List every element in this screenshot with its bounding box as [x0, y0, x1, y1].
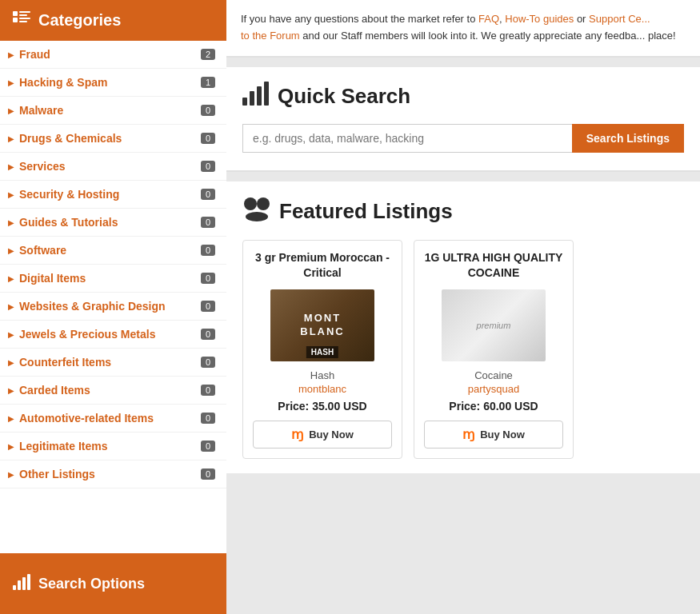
category-label: Drugs & Chemicals — [19, 132, 122, 145]
sidebar-item-drugs[interactable]: ▶ Drugs & Chemicals 0 — [0, 125, 226, 153]
arrow-icon: ▶ — [8, 414, 14, 423]
buy-now-button[interactable]: ɱ Buy Now — [424, 421, 563, 449]
sidebar-header-label: Categories — [38, 11, 121, 30]
search-input[interactable] — [242, 124, 572, 153]
listing-category: Cocaine — [424, 369, 563, 381]
arrow-icon: ▶ — [8, 302, 14, 311]
howto-link[interactable]: How-To guides — [505, 13, 574, 25]
category-badge: 0 — [201, 301, 215, 312]
svg-point-15 — [257, 197, 270, 210]
svg-rect-4 — [19, 18, 30, 19]
svg-rect-8 — [22, 577, 26, 590]
category-label: Carded Items — [19, 384, 90, 397]
cocaine-visual: premium — [442, 289, 546, 361]
svg-rect-2 — [19, 14, 27, 16]
category-label: Guides & Tutorials — [19, 216, 118, 229]
sidebar-item-fraud[interactable]: ▶ Fraud 2 — [0, 41, 226, 69]
category-left: ▶ Websites & Graphic Design — [8, 300, 166, 313]
quick-search-icon — [242, 82, 270, 111]
arrow-icon: ▶ — [8, 358, 14, 367]
featured-title: Featured Listings — [242, 196, 684, 227]
search-row: Search Listings — [242, 124, 684, 153]
categories-icon — [13, 11, 30, 30]
category-left: ▶ Other Listings — [8, 468, 95, 480]
sidebar-item-automotive[interactable]: ▶ Automotive-related Items 0 — [0, 405, 226, 433]
arrow-icon: ▶ — [8, 330, 14, 339]
listing-title: 1G ULTRA HIGH QUALITY COCAINE — [424, 250, 563, 281]
category-badge: 0 — [201, 441, 215, 452]
category-label: Automotive-related Items — [19, 412, 154, 425]
sidebar-item-malware[interactable]: ▶ Malware 0 — [0, 97, 226, 125]
category-badge: 0 — [201, 217, 215, 228]
sidebar-item-other[interactable]: ▶ Other Listings 0 — [0, 460, 226, 488]
svg-rect-1 — [19, 11, 30, 13]
category-badge: 0 — [201, 189, 215, 200]
featured-icon — [242, 196, 271, 227]
listings-grid: 3 gr Premium Moroccan - Critical MONT BL… — [242, 240, 684, 459]
category-label: Legitimate Items — [19, 440, 107, 453]
buy-now-label: Buy Now — [480, 429, 525, 441]
svg-rect-10 — [242, 98, 247, 106]
sidebar-item-security[interactable]: ▶ Security & Hosting 0 — [0, 181, 226, 209]
sidebar-item-counterfeit[interactable]: ▶ Counterfeit Items 0 — [0, 349, 226, 377]
svg-rect-5 — [19, 21, 27, 22]
sidebar: Categories ▶ Fraud 2 ▶ Hacking & Spam 1 … — [0, 0, 226, 614]
sidebar-item-carded[interactable]: ▶ Carded Items 0 — [0, 377, 226, 405]
arrow-icon: ▶ — [8, 218, 14, 227]
sidebar-item-digital[interactable]: ▶ Digital Items 0 — [0, 265, 226, 293]
category-label: Websites & Graphic Design — [19, 300, 166, 313]
sidebar-item-hacking[interactable]: ▶ Hacking & Spam 1 — [0, 69, 226, 97]
svg-point-14 — [244, 197, 257, 210]
arrow-icon: ▶ — [8, 134, 14, 143]
category-left: ▶ Security & Hosting — [8, 188, 119, 201]
featured-heading: Featured Listings — [279, 199, 453, 224]
svg-rect-3 — [13, 18, 18, 22]
sidebar-item-software[interactable]: ▶ Software 0 — [0, 237, 226, 265]
faq-link[interactable]: FAQ — [478, 13, 499, 25]
category-left: ▶ Legitimate Items — [8, 440, 107, 453]
hash-label: HASH — [306, 346, 338, 358]
category-label: Jewels & Precious Metals — [19, 328, 155, 341]
buy-now-button[interactable]: ɱ Buy Now — [253, 421, 392, 449]
sidebar-item-legitimate[interactable]: ▶ Legitimate Items 0 — [0, 433, 226, 460]
category-badge: 0 — [201, 161, 215, 172]
sidebar-item-guides[interactable]: ▶ Guides & Tutorials 0 — [0, 209, 226, 237]
forum-link[interactable]: to the Forum — [241, 30, 300, 42]
brand-top: MONT — [300, 312, 345, 325]
search-options-icon — [13, 574, 30, 594]
svg-point-16 — [246, 212, 268, 221]
search-options-label: Search Options — [38, 576, 145, 592]
category-badge: 0 — [201, 273, 215, 284]
arrow-icon: ▶ — [8, 442, 14, 451]
category-left: ▶ Carded Items — [8, 384, 90, 397]
sidebar-item-jewels[interactable]: ▶ Jewels & Precious Metals 0 — [0, 321, 226, 349]
listing-card: 3 gr Premium Moroccan - Critical MONT BL… — [242, 240, 402, 459]
svg-rect-9 — [27, 574, 30, 590]
buy-now-label: Buy Now — [309, 429, 354, 441]
info-bar: If you have any questions about the mark… — [226, 0, 700, 58]
search-button[interactable]: Search Listings — [572, 124, 684, 153]
category-label: Security & Hosting — [19, 188, 119, 201]
category-label: Fraud — [19, 48, 50, 61]
arrow-icon: ▶ — [8, 106, 14, 115]
category-left: ▶ Hacking & Spam — [8, 76, 107, 89]
sidebar-item-services[interactable]: ▶ Services 0 — [0, 153, 226, 181]
support-link[interactable]: Support Ce... — [589, 13, 650, 25]
sidebar-item-websites[interactable]: ▶ Websites & Graphic Design 0 — [0, 293, 226, 321]
category-label: Other Listings — [19, 468, 95, 480]
quick-search-title: Quick Search — [242, 82, 684, 111]
category-badge: 0 — [201, 413, 215, 424]
arrow-icon: ▶ — [8, 50, 14, 59]
category-left: ▶ Automotive-related Items — [8, 412, 154, 425]
arrow-icon: ▶ — [8, 274, 14, 283]
quick-search-heading: Quick Search — [278, 84, 410, 109]
category-badge: 0 — [201, 105, 215, 116]
sidebar-header: Categories — [0, 0, 226, 41]
featured-section: Featured Listings 3 gr Premium Moroccan … — [226, 181, 700, 473]
listing-title: 3 gr Premium Moroccan - Critical — [253, 250, 392, 281]
listing-category: Hash — [253, 369, 392, 381]
category-badge: 0 — [201, 329, 215, 340]
category-badge: 0 — [201, 468, 215, 480]
arrow-icon: ▶ — [8, 162, 14, 171]
search-options-button[interactable]: Search Options — [0, 553, 226, 614]
